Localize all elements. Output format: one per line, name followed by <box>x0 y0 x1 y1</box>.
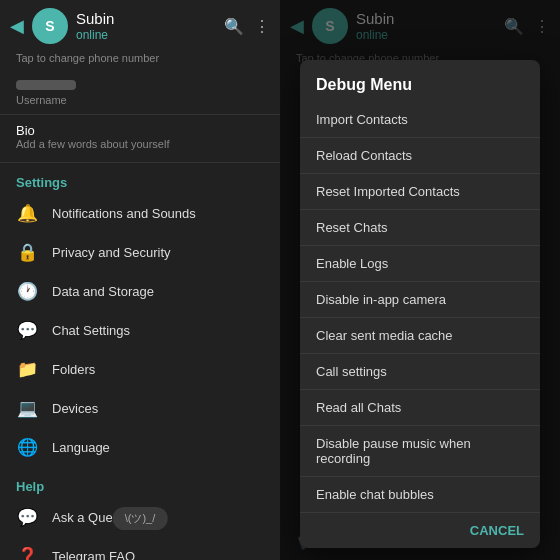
chat-label: Chat Settings <box>52 323 130 338</box>
notifications-icon: 🔔 <box>16 203 38 224</box>
folders-label: Folders <box>52 362 95 377</box>
debug-item-reset-imported[interactable]: Reset Imported Contacts <box>300 174 540 210</box>
debug-item-clear-cache[interactable]: Clear sent media cache <box>300 318 540 354</box>
debug-item-chat-bubbles[interactable]: Enable chat bubbles <box>300 477 540 512</box>
user-info: Subin online <box>76 10 216 42</box>
devices-icon: 💻 <box>16 398 38 419</box>
phone-hint: Tap to change phone number <box>0 52 280 72</box>
help-section-label: Help <box>0 467 280 498</box>
debug-item-import[interactable]: Import Contacts <box>300 102 540 138</box>
right-panel: ◀ S Subin online 🔍 ⋮ Tap to change phone… <box>280 0 560 560</box>
chat-icon: 💬 <box>16 320 38 341</box>
debug-item-read-chats[interactable]: Read all Chats <box>300 390 540 426</box>
data-label: Data and Storage <box>52 284 154 299</box>
bio-label: Bio <box>16 123 264 138</box>
debug-item-call-settings[interactable]: Call settings <box>300 354 540 390</box>
language-label: Language <box>52 440 110 455</box>
privacy-label: Privacy and Security <box>52 245 171 260</box>
notifications-label: Notifications and Sounds <box>52 206 196 221</box>
help-item-faq[interactable]: ❓ Telegram FAQ <box>0 537 280 560</box>
more-icon[interactable]: ⋮ <box>254 17 270 36</box>
user-name: Subin <box>76 10 216 28</box>
settings-item-notifications[interactable]: 🔔 Notifications and Sounds <box>0 194 280 233</box>
debug-item-enable-logs[interactable]: Enable Logs <box>300 246 540 282</box>
bio-block: Bio Add a few words about yourself <box>0 115 280 163</box>
back-icon[interactable]: ◀ <box>10 15 24 37</box>
left-panel: ◀ S Subin online 🔍 ⋮ Tap to change phone… <box>0 0 280 560</box>
settings-item-privacy[interactable]: 🔒 Privacy and Security <box>0 233 280 272</box>
debug-overlay: Debug Menu Import Contacts Reload Contac… <box>280 0 560 560</box>
settings-section-label: Settings <box>0 163 280 194</box>
search-icon[interactable]: 🔍 <box>224 17 244 36</box>
settings-item-language[interactable]: 🌐 Language <box>0 428 280 467</box>
data-icon: 🕐 <box>16 281 38 302</box>
faq-icon: ❓ <box>16 546 38 560</box>
settings-item-chat[interactable]: 💬 Chat Settings <box>0 311 280 350</box>
debug-item-reset-chats[interactable]: Reset Chats <box>300 210 540 246</box>
debug-item-disable-pause[interactable]: Disable pause music when recording <box>300 426 540 477</box>
settings-list: 🔔 Notifications and Sounds 🔒 Privacy and… <box>0 194 280 467</box>
settings-item-folders[interactable]: 📁 Folders <box>0 350 280 389</box>
username-block: Username <box>0 72 280 115</box>
debug-items-list: Import Contacts Reload Contacts Reset Im… <box>300 102 540 512</box>
debug-cancel-button[interactable]: CANCEL <box>300 512 540 548</box>
emoji-bar: \(ツ)_/ <box>113 507 168 530</box>
left-top-bar: ◀ S Subin online 🔍 ⋮ <box>0 0 280 52</box>
bio-hint: Add a few words about yourself <box>16 138 264 150</box>
debug-menu: Debug Menu Import Contacts Reload Contac… <box>300 60 540 548</box>
avatar: S <box>32 8 68 44</box>
folders-icon: 📁 <box>16 359 38 380</box>
devices-label: Devices <box>52 401 98 416</box>
faq-label: Telegram FAQ <box>52 549 135 560</box>
debug-item-disable-camera[interactable]: Disable in-app camera <box>300 282 540 318</box>
debug-menu-title: Debug Menu <box>300 60 540 102</box>
language-icon: 🌐 <box>16 437 38 458</box>
username-placeholder <box>16 80 76 90</box>
privacy-icon: 🔒 <box>16 242 38 263</box>
username-label: Username <box>16 94 264 106</box>
settings-item-data[interactable]: 🕐 Data and Storage <box>0 272 280 311</box>
user-status: online <box>76 28 216 42</box>
debug-item-reload[interactable]: Reload Contacts <box>300 138 540 174</box>
top-icons: 🔍 ⋮ <box>224 17 270 36</box>
ask-icon: 💬 <box>16 507 38 528</box>
settings-item-devices[interactable]: 💻 Devices <box>0 389 280 428</box>
